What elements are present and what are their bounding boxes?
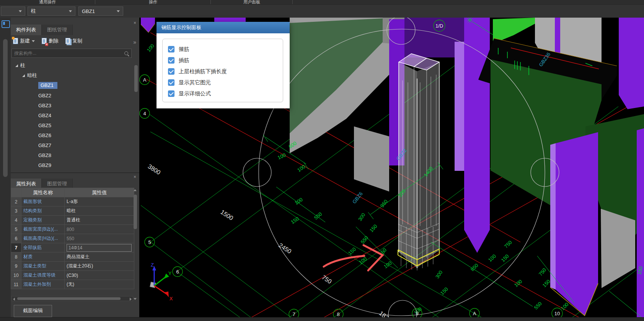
new-component-button[interactable]: 新建 xyxy=(13,38,35,44)
property-table: 属性名称 属性值 2截面形状L-a形3结构类别暗柱4定额类别普通柱5截面宽度(B… xyxy=(11,188,134,289)
property-row-10[interactable]: 10混凝土强度等级(C30) xyxy=(11,271,134,280)
property-row-9[interactable]: 9混凝土类型(混凝土20石) xyxy=(11,262,134,271)
delete-component-button[interactable]: 删除 xyxy=(42,38,59,44)
ribbon-separator xyxy=(95,0,95,4)
property-row-8[interactable]: 8材质商品混凝土 xyxy=(11,252,134,262)
ribbon-group-operation[interactable]: 操作 xyxy=(149,0,157,5)
close-icon[interactable]: × xyxy=(134,21,136,25)
tree-item-gbz5[interactable]: GBZ5 xyxy=(38,121,51,129)
dialog-titlebar[interactable]: 钢筋显示控制面板 xyxy=(157,22,290,33)
component-toolbar: 新建 删除 复制 xyxy=(13,38,82,44)
component-tree: 柱暗柱GBZ1GBZ2GBZ3GBZ4GBZ5GBZ6GBZ7GBZ8GBZ9 xyxy=(11,58,132,172)
collapsed-sidebar-strip xyxy=(0,18,11,321)
floor-dropdown[interactable] xyxy=(1,7,25,16)
property-row-2[interactable]: 2截面形状L-a形 xyxy=(11,197,134,206)
tree-item-gbz1[interactable]: GBZ1 xyxy=(38,81,57,90)
copy-doc-icon xyxy=(65,38,70,44)
tree-item-gbz7[interactable]: GBZ7 xyxy=(38,141,51,149)
viewport-label: 1/D xyxy=(435,23,443,29)
bottom-bar xyxy=(0,317,644,321)
caret-down-icon xyxy=(32,40,35,42)
component-panel-tabs: 构件列表 图纸管理 xyxy=(11,25,73,35)
viewport-label: 6 xyxy=(176,269,179,275)
search-box xyxy=(11,49,132,58)
tree-scrollbar[interactable] xyxy=(134,65,138,92)
caret-down-icon xyxy=(117,10,120,12)
property-row-5[interactable]: 5截面宽度(B边)(...800 xyxy=(11,225,134,234)
property-row-11[interactable]: 11混凝土外加剂(无) xyxy=(11,280,134,289)
tree-node-group[interactable]: 暗柱 xyxy=(22,71,37,80)
tab-component-list[interactable]: 构件列表 xyxy=(11,25,42,35)
property-row-3[interactable]: 3结构类别暗柱 xyxy=(11,206,134,216)
tree-item-gbz6[interactable]: GBZ6 xyxy=(38,131,51,139)
ribbon-group-general[interactable]: 通用操作 xyxy=(39,0,56,5)
expand-icon[interactable] xyxy=(15,64,18,67)
panel-layout-icon[interactable] xyxy=(2,20,10,28)
tree-node-root[interactable]: 柱 xyxy=(15,61,25,70)
dialog-option[interactable]: 显示其它图元 xyxy=(168,77,283,88)
property-row-7[interactable]: 7全部纵筋 xyxy=(11,243,134,252)
component-dropdown[interactable]: GBZ1 xyxy=(78,7,123,16)
sidebar-scrollbar[interactable] xyxy=(3,39,8,177)
dialog-option[interactable]: 显示详细公式 xyxy=(168,88,283,99)
hscroll-thumb[interactable] xyxy=(17,297,121,300)
property-hscrollbar[interactable] xyxy=(11,296,133,301)
left-panel: × 构件列表 图纸管理 新建 删除 复制 » 柱暗柱GBZ1GBZ2GBZ3GB… xyxy=(11,18,140,321)
search-icon[interactable] xyxy=(124,51,128,55)
scroll-down-icon[interactable] xyxy=(134,298,137,300)
rebar-spec-input[interactable] xyxy=(67,244,132,252)
search-input[interactable] xyxy=(12,49,126,57)
ribbon-group-userpanel[interactable]: 用户面板 xyxy=(243,0,260,5)
expand-icon[interactable] xyxy=(22,74,25,77)
checkbox-checked-icon[interactable] xyxy=(168,57,174,64)
property-scrollbar[interactable] xyxy=(134,195,137,229)
tab-drawing-manage[interactable]: 图纸管理 xyxy=(42,25,73,35)
viewport-label: 7 xyxy=(292,311,295,317)
viewport-label: A xyxy=(473,311,476,316)
property-table-header: 属性名称 属性值 xyxy=(11,188,134,197)
scroll-up-icon[interactable] xyxy=(134,189,137,191)
viewport-label: 8 xyxy=(337,311,339,317)
viewport-label: X xyxy=(170,296,173,301)
ribbon-group-bar: 通用操作 操作 用户面板 xyxy=(0,0,644,5)
checkbox-checked-icon[interactable] xyxy=(168,79,174,86)
column-header-name: 属性名称 xyxy=(21,188,65,197)
viewport-label: 10 xyxy=(554,311,560,316)
viewport-label: 4 xyxy=(143,111,146,116)
toolbar-overflow-icon[interactable]: » xyxy=(133,39,136,45)
tree-item-gbz8[interactable]: GBZ8 xyxy=(38,151,51,159)
copy-component-button[interactable]: 复制 xyxy=(65,38,82,44)
caret-down-icon xyxy=(19,10,22,12)
ribbon-separator xyxy=(210,0,211,4)
panel-splitter[interactable] xyxy=(11,172,139,173)
element-type-dropdown[interactable]: 柱 xyxy=(28,7,75,16)
rebar-display-dialog[interactable]: 钢筋显示控制面板 箍筋插筋上层柱插筋下插长度显示其它图元显示详细公式 xyxy=(157,22,290,108)
close-icon[interactable]: × xyxy=(134,175,136,179)
tree-item-gbz2[interactable]: GBZ2 xyxy=(38,91,51,100)
tree-item-gbz9[interactable]: GBZ9 xyxy=(38,161,51,169)
selected-column-gbz[interactable] xyxy=(398,54,439,270)
viewport-label: Z xyxy=(151,262,154,268)
tree-item-gbz4[interactable]: GBZ4 xyxy=(38,111,51,120)
tree-item-gbz3[interactable]: GBZ3 xyxy=(38,101,51,110)
property-row-6[interactable]: 6截面高度(H边)(...550 xyxy=(11,234,134,243)
dialog-option[interactable]: 上层柱插筋下插长度 xyxy=(168,66,283,77)
section-edit-button[interactable]: 截面编辑 xyxy=(14,305,52,317)
property-row-4[interactable]: 4定额类别普通柱 xyxy=(11,216,134,225)
viewport-label: Y xyxy=(168,270,172,276)
checkbox-checked-icon[interactable] xyxy=(168,46,174,52)
new-doc-icon xyxy=(13,38,18,44)
dialog-option[interactable]: 箍筋 xyxy=(168,44,283,55)
viewport-label: 9 xyxy=(416,311,418,316)
delete-doc-icon xyxy=(42,38,47,44)
checkbox-checked-icon[interactable] xyxy=(168,68,174,75)
scroll-right-icon[interactable] xyxy=(130,298,132,301)
dialog-checkbox-group: 箍筋插筋上层柱插筋下插长度显示其它图元显示详细公式 xyxy=(162,39,283,102)
scroll-left-icon[interactable] xyxy=(13,298,15,301)
dialog-option[interactable]: 插筋 xyxy=(168,55,283,66)
caret-down-icon xyxy=(69,10,72,12)
ribbon-separator xyxy=(292,0,293,4)
checkbox-checked-icon[interactable] xyxy=(168,90,174,97)
viewport-label: 5 xyxy=(148,239,151,245)
toolbar-row: 柱 GBZ1 xyxy=(0,5,644,18)
